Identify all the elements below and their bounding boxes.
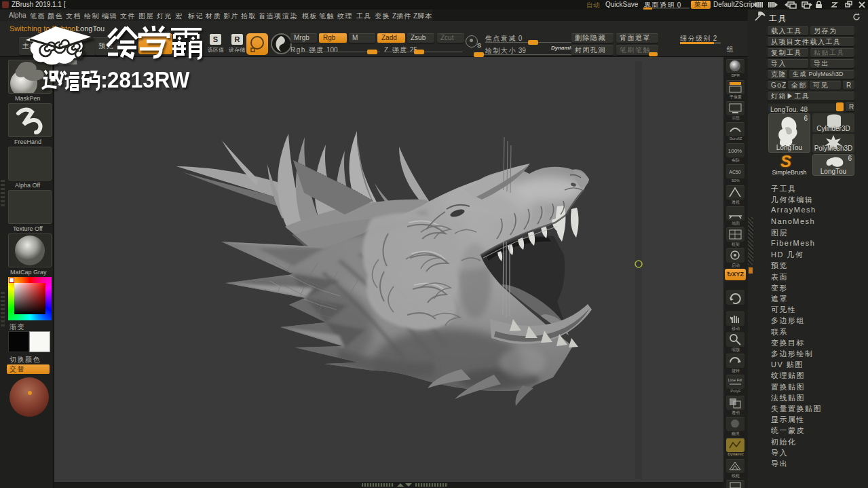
svg-text:100%: 100% bbox=[728, 148, 742, 154]
svg-text:2813RW: 2813RW bbox=[107, 67, 190, 92]
svg-text:Line Fill: Line Fill bbox=[728, 378, 742, 382]
svg-text:AC50: AC50 bbox=[729, 170, 741, 174]
